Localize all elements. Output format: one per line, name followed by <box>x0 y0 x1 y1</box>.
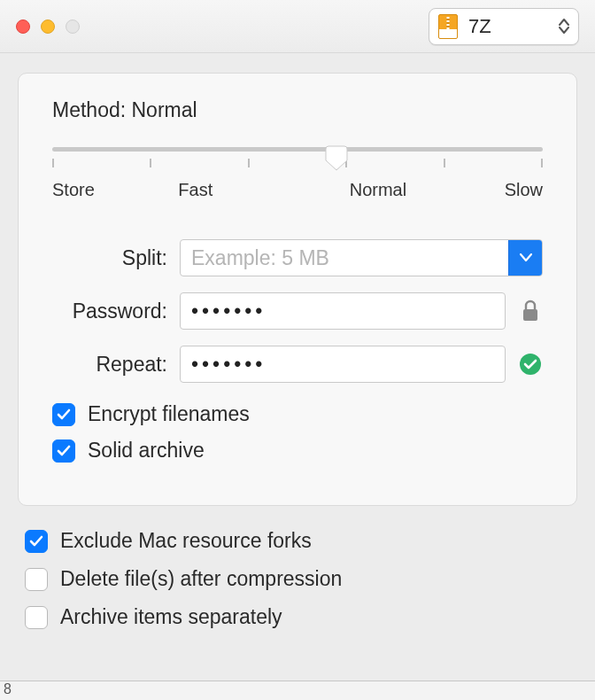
solid-archive-label: Solid archive <box>88 439 205 463</box>
slider-label-normal: Normal <box>350 180 406 200</box>
checkbox-icon <box>25 606 48 629</box>
solid-archive-checkbox[interactable]: Solid archive <box>52 439 543 463</box>
method-panel: Method: Normal Store Fast Normal Slow Sp… <box>18 73 577 506</box>
zoom-window-button[interactable] <box>66 19 80 34</box>
minimize-window-button[interactable] <box>41 19 55 34</box>
content-area: Method: Normal Store Fast Normal Slow Sp… <box>0 53 595 666</box>
repeat-password-input[interactable] <box>180 346 506 383</box>
split-combobox[interactable] <box>180 239 543 276</box>
slider-labels: Store Fast Normal Slow <box>52 180 543 200</box>
split-dropdown-button[interactable] <box>508 240 542 276</box>
encrypt-filenames-label: Encrypt filenames <box>88 402 250 426</box>
titlebar: 7Z <box>0 0 595 53</box>
checkbox-icon <box>25 568 48 591</box>
split-label: Split: <box>52 246 167 270</box>
slider-label-store: Store <box>52 180 95 200</box>
checkbox-icon <box>25 530 48 553</box>
footer-edge: 8 <box>0 681 595 700</box>
lock-icon <box>518 299 543 323</box>
footer-page-hint: 8 <box>4 681 12 697</box>
exclude-mac-forks-label: Exclude Mac resource forks <box>60 529 312 553</box>
password-row: Password: <box>52 292 543 330</box>
repeat-row: Repeat: <box>52 346 543 383</box>
checkbox-icon <box>52 439 75 463</box>
window-controls <box>16 19 80 34</box>
split-row: Split: <box>52 239 543 276</box>
archive-format-icon <box>438 14 458 39</box>
password-label: Password: <box>52 299 167 323</box>
split-input[interactable] <box>181 240 508 276</box>
slider-label-fast: Fast <box>178 180 212 200</box>
exclude-mac-forks-checkbox[interactable]: Exclude Mac resource forks <box>25 529 577 553</box>
encrypt-filenames-checkbox[interactable]: Encrypt filenames <box>52 402 543 426</box>
archive-format-select[interactable]: 7Z <box>429 8 579 45</box>
slider-ticks <box>52 159 543 167</box>
password-input[interactable] <box>180 292 506 330</box>
method-label: Method: Normal <box>52 98 543 122</box>
slider-knob[interactable] <box>325 144 348 171</box>
archive-separately-checkbox[interactable]: Archive items separately <box>25 605 577 629</box>
delete-after-label: Delete file(s) after compression <box>60 567 342 591</box>
svg-rect-0 <box>523 309 537 321</box>
checkbox-icon <box>52 403 75 426</box>
stepper-up-down-icon <box>559 19 569 34</box>
close-window-button[interactable] <box>16 19 30 34</box>
chevron-down-icon <box>520 253 532 262</box>
slider-track <box>52 147 543 152</box>
svg-point-1 <box>520 354 541 375</box>
archive-format-value: 7Z <box>468 15 491 38</box>
delete-after-compression-checkbox[interactable]: Delete file(s) after compression <box>25 567 577 591</box>
compression-slider[interactable] <box>52 147 543 167</box>
archive-separately-label: Archive items separately <box>60 605 282 629</box>
checkmark-success-icon <box>518 353 543 376</box>
repeat-label: Repeat: <box>52 353 167 377</box>
slider-label-slow: Slow <box>505 180 543 200</box>
